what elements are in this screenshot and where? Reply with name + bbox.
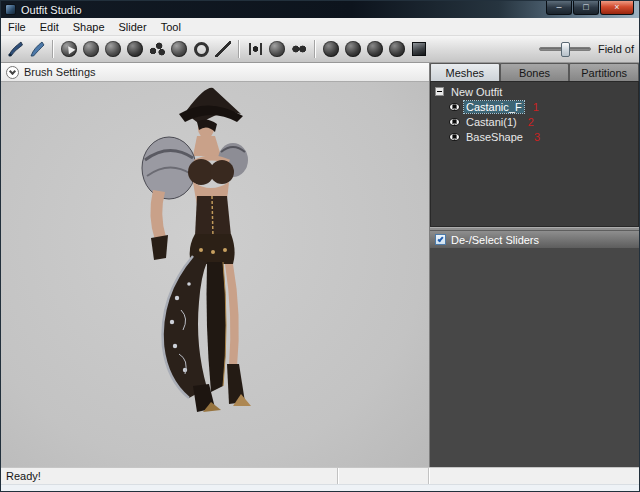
lighting-view-toggle-button[interactable] bbox=[364, 38, 386, 60]
texture-view-toggle-button[interactable] bbox=[320, 38, 342, 60]
field-of-view-control: Field of bbox=[539, 43, 636, 55]
statusbar: Ready! bbox=[1, 467, 639, 484]
tree-item-baseshape[interactable]: BaseShape 3 bbox=[431, 129, 638, 144]
chevron-down-icon[interactable] bbox=[6, 66, 19, 79]
visibility-eye-icon[interactable] bbox=[449, 118, 460, 126]
window-frame-bottom bbox=[1, 484, 639, 491]
wireframe-sphere-icon bbox=[345, 41, 361, 57]
toolbar-separator bbox=[238, 40, 240, 58]
menu-shape[interactable]: Shape bbox=[66, 18, 112, 35]
menu-tool[interactable]: Tool bbox=[154, 18, 188, 35]
tree-item-castani-1[interactable]: Castani(1) 2 bbox=[431, 114, 638, 129]
status-message: Ready! bbox=[1, 470, 337, 482]
outfit-studio-window: Outfit Studio – □ × File Edit Shape Slid… bbox=[0, 0, 640, 492]
toolbar-separator bbox=[52, 40, 54, 58]
visibility-eye-icon[interactable] bbox=[449, 133, 460, 141]
perspective-view-toggle-button[interactable] bbox=[408, 38, 430, 60]
collapse-expander-icon[interactable] bbox=[435, 87, 444, 96]
app-icon bbox=[5, 4, 16, 15]
smooth-brush-button[interactable] bbox=[168, 38, 190, 60]
brush-icon bbox=[6, 40, 24, 58]
alpha-brush-icon bbox=[215, 41, 231, 57]
xmirror-toggle-button[interactable] bbox=[244, 38, 266, 60]
tab-meshes[interactable]: Meshes bbox=[430, 63, 500, 81]
tree-item-label[interactable]: BaseShape bbox=[464, 131, 525, 143]
connected-only-toggle-button[interactable] bbox=[266, 38, 288, 60]
chevron-arrow bbox=[9, 67, 16, 74]
deselect-sliders-label: De-/Select Sliders bbox=[451, 234, 539, 246]
tree-item-label[interactable]: Castanic_F bbox=[464, 101, 524, 113]
inflate-brush-icon bbox=[105, 41, 121, 57]
brush-settings-header[interactable]: Brush Settings bbox=[1, 63, 429, 82]
tree-item-label[interactable]: Castani(1) bbox=[464, 116, 519, 128]
transform-tool-button[interactable] bbox=[26, 38, 48, 60]
merge-vertex-toggle-button[interactable] bbox=[288, 38, 310, 60]
cube-icon bbox=[412, 42, 426, 56]
lighting-sphere-icon bbox=[367, 41, 383, 57]
annotation-3: 3 bbox=[534, 131, 540, 143]
titlebar[interactable]: Outfit Studio – □ × bbox=[1, 1, 639, 18]
close-button[interactable]: × bbox=[600, 1, 634, 15]
sliders-panel bbox=[430, 249, 639, 467]
wireframe-view-toggle-button[interactable] bbox=[342, 38, 364, 60]
tab-bones[interactable]: Bones bbox=[500, 63, 570, 81]
status-pane bbox=[337, 468, 428, 484]
tab-partitions[interactable]: Partitions bbox=[569, 63, 639, 81]
main-area: Brush Settings bbox=[1, 63, 639, 467]
tree-item-castanic-f[interactable]: Castanic_F 1 bbox=[431, 99, 638, 114]
visibility-eye-icon[interactable] bbox=[449, 103, 460, 111]
mask-brush-icon bbox=[83, 41, 99, 57]
deflate-brush-button[interactable] bbox=[124, 38, 146, 60]
outfit-model bbox=[109, 84, 289, 414]
maximize-button[interactable]: □ bbox=[573, 1, 599, 15]
tree-root-row[interactable]: New Outfit bbox=[431, 84, 638, 99]
move-brush-icon bbox=[148, 41, 166, 57]
vertex-select-tool-button[interactable] bbox=[58, 38, 80, 60]
weight-brush-button[interactable] bbox=[190, 38, 212, 60]
minimize-button[interactable]: – bbox=[546, 1, 572, 15]
two-dots-icon bbox=[290, 41, 308, 57]
slider-thumb[interactable] bbox=[561, 42, 570, 57]
meshes-tree: New Outfit Castanic_F 1 Castani(1) 2 Bas… bbox=[430, 81, 639, 227]
annotation-2: 2 bbox=[528, 116, 534, 128]
left-pane: Brush Settings bbox=[1, 63, 430, 467]
connected-only-icon bbox=[269, 41, 285, 57]
status-pane bbox=[428, 468, 639, 484]
brush-settings-label: Brush Settings bbox=[24, 66, 96, 78]
viewport-3d[interactable] bbox=[1, 82, 429, 467]
xmirror-icon bbox=[247, 41, 264, 57]
select-sliders-checkbox[interactable] bbox=[435, 234, 446, 245]
menu-slider[interactable]: Slider bbox=[112, 18, 154, 35]
window-title: Outfit Studio bbox=[21, 4, 82, 16]
menu-file[interactable]: File bbox=[1, 18, 33, 35]
field-of-view-slider[interactable] bbox=[539, 47, 591, 51]
inflate-brush-button[interactable] bbox=[102, 38, 124, 60]
deselect-sliders-header[interactable]: De-/Select Sliders bbox=[430, 231, 639, 249]
move-brush-button[interactable] bbox=[146, 38, 168, 60]
check-icon bbox=[437, 235, 443, 242]
alpha-brush-button[interactable] bbox=[212, 38, 234, 60]
smooth-brush-icon bbox=[171, 41, 187, 57]
ghost-mode-toggle-button[interactable] bbox=[386, 38, 408, 60]
toolbar-separator bbox=[314, 40, 316, 58]
deflate-brush-icon bbox=[127, 41, 143, 57]
tree-root-label[interactable]: New Outfit bbox=[449, 86, 504, 98]
ghost-sphere-icon bbox=[389, 41, 405, 57]
window-controls: – □ × bbox=[545, 1, 634, 15]
menubar: File Edit Shape Slider Tool bbox=[1, 18, 639, 36]
weight-brush-icon bbox=[194, 42, 209, 57]
texture-sphere-icon bbox=[323, 41, 339, 57]
annotation-1: 1 bbox=[533, 101, 539, 113]
cursor-icon bbox=[61, 41, 77, 57]
right-pane: Meshes Bones Partitions New Outfit Casta… bbox=[430, 63, 639, 467]
panel-tabs: Meshes Bones Partitions bbox=[430, 63, 639, 81]
menu-edit[interactable]: Edit bbox=[33, 18, 66, 35]
field-of-view-label: Field of bbox=[598, 43, 634, 55]
brush-tool-button[interactable] bbox=[4, 38, 26, 60]
mask-brush-button[interactable] bbox=[80, 38, 102, 60]
toolbar: Field of bbox=[1, 36, 639, 63]
pen-icon bbox=[28, 40, 46, 58]
